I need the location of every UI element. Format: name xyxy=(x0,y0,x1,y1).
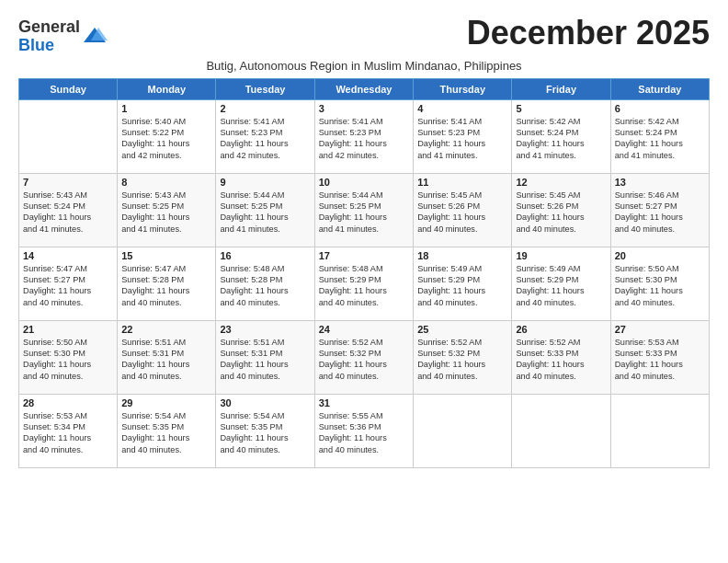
subtitle: Butig, Autonomous Region in Muslim Minda… xyxy=(18,59,710,73)
day-number: 16 xyxy=(220,250,310,261)
calendar-cell: 22Sunrise: 5:51 AM Sunset: 5:31 PM Dayli… xyxy=(118,320,216,394)
day-info: Sunrise: 5:45 AM Sunset: 5:26 PM Dayligh… xyxy=(417,190,507,236)
day-number: 17 xyxy=(319,250,409,261)
day-number: 28 xyxy=(23,397,113,408)
calendar-cell: 9Sunrise: 5:44 AM Sunset: 5:25 PM Daylig… xyxy=(216,173,314,247)
day-number: 11 xyxy=(417,177,507,188)
calendar-cell: 12Sunrise: 5:45 AM Sunset: 5:26 PM Dayli… xyxy=(512,173,610,247)
calendar-cell: 29Sunrise: 5:54 AM Sunset: 5:35 PM Dayli… xyxy=(118,394,216,467)
calendar-cell: 1Sunrise: 5:40 AM Sunset: 5:22 PM Daylig… xyxy=(118,99,216,173)
calendar-cell: 30Sunrise: 5:54 AM Sunset: 5:35 PM Dayli… xyxy=(216,394,314,467)
day-info: Sunrise: 5:54 AM Sunset: 5:35 PM Dayligh… xyxy=(121,410,211,456)
day-number: 1 xyxy=(121,103,211,114)
calendar-cell xyxy=(512,394,610,467)
day-number: 21 xyxy=(23,324,113,335)
page: General Blue December 2025 Butig, Autono… xyxy=(0,0,728,563)
day-info: Sunrise: 5:45 AM Sunset: 5:26 PM Dayligh… xyxy=(516,190,606,236)
calendar-cell: 21Sunrise: 5:50 AM Sunset: 5:30 PM Dayli… xyxy=(19,320,118,394)
calendar-cell: 26Sunrise: 5:52 AM Sunset: 5:33 PM Dayli… xyxy=(512,320,610,394)
day-info: Sunrise: 5:41 AM Sunset: 5:23 PM Dayligh… xyxy=(220,116,310,162)
day-number: 27 xyxy=(615,324,705,335)
calendar-cell: 4Sunrise: 5:41 AM Sunset: 5:23 PM Daylig… xyxy=(414,99,512,173)
col-wednesday: Wednesday xyxy=(314,78,413,99)
day-info: Sunrise: 5:49 AM Sunset: 5:29 PM Dayligh… xyxy=(417,263,507,309)
day-number: 8 xyxy=(121,177,211,188)
calendar-cell: 31Sunrise: 5:55 AM Sunset: 5:36 PM Dayli… xyxy=(314,394,413,467)
day-number: 29 xyxy=(121,397,211,408)
day-info: Sunrise: 5:51 AM Sunset: 5:31 PM Dayligh… xyxy=(121,337,211,383)
day-number: 31 xyxy=(319,397,409,408)
day-info: Sunrise: 5:40 AM Sunset: 5:22 PM Dayligh… xyxy=(121,116,211,162)
day-number: 5 xyxy=(516,103,606,114)
logo-blue: Blue xyxy=(18,36,54,54)
calendar-cell: 27Sunrise: 5:53 AM Sunset: 5:33 PM Dayli… xyxy=(610,320,709,394)
day-number: 20 xyxy=(615,250,705,261)
day-info: Sunrise: 5:48 AM Sunset: 5:28 PM Dayligh… xyxy=(220,263,310,309)
day-info: Sunrise: 5:52 AM Sunset: 5:32 PM Dayligh… xyxy=(417,337,507,383)
day-number: 9 xyxy=(220,177,310,188)
calendar-cell: 28Sunrise: 5:53 AM Sunset: 5:34 PM Dayli… xyxy=(19,394,118,467)
day-info: Sunrise: 5:53 AM Sunset: 5:33 PM Dayligh… xyxy=(615,337,705,383)
calendar-cell: 11Sunrise: 5:45 AM Sunset: 5:26 PM Dayli… xyxy=(414,173,512,247)
calendar-week-1: 7Sunrise: 5:43 AM Sunset: 5:24 PM Daylig… xyxy=(19,173,710,247)
day-number: 2 xyxy=(220,103,310,114)
day-number: 4 xyxy=(417,103,507,114)
day-info: Sunrise: 5:52 AM Sunset: 5:32 PM Dayligh… xyxy=(319,337,409,383)
calendar-header-row: Sunday Monday Tuesday Wednesday Thursday… xyxy=(19,78,710,99)
day-number: 15 xyxy=(121,250,211,261)
calendar-week-0: 1Sunrise: 5:40 AM Sunset: 5:22 PM Daylig… xyxy=(19,99,710,173)
day-number: 19 xyxy=(516,250,606,261)
day-info: Sunrise: 5:47 AM Sunset: 5:27 PM Dayligh… xyxy=(23,263,113,309)
day-info: Sunrise: 5:47 AM Sunset: 5:28 PM Dayligh… xyxy=(121,263,211,309)
logo-general: General xyxy=(18,17,80,36)
day-number: 13 xyxy=(615,177,705,188)
calendar-week-4: 28Sunrise: 5:53 AM Sunset: 5:34 PM Dayli… xyxy=(19,394,710,467)
col-tuesday: Tuesday xyxy=(216,78,314,99)
col-monday: Monday xyxy=(118,78,216,99)
day-number: 10 xyxy=(319,177,409,188)
day-info: Sunrise: 5:55 AM Sunset: 5:36 PM Dayligh… xyxy=(319,410,409,456)
day-number: 30 xyxy=(220,397,310,408)
calendar-cell: 10Sunrise: 5:44 AM Sunset: 5:25 PM Dayli… xyxy=(314,173,413,247)
calendar-cell: 6Sunrise: 5:42 AM Sunset: 5:24 PM Daylig… xyxy=(610,99,709,173)
col-saturday: Saturday xyxy=(610,78,709,99)
day-info: Sunrise: 5:49 AM Sunset: 5:29 PM Dayligh… xyxy=(516,263,606,309)
calendar-week-3: 21Sunrise: 5:50 AM Sunset: 5:30 PM Dayli… xyxy=(19,320,710,394)
day-number: 23 xyxy=(220,324,310,335)
day-number: 18 xyxy=(417,250,507,261)
header: General Blue December 2025 xyxy=(18,15,710,55)
calendar-cell: 18Sunrise: 5:49 AM Sunset: 5:29 PM Dayli… xyxy=(414,247,512,320)
calendar: Sunday Monday Tuesday Wednesday Thursday… xyxy=(18,78,710,468)
calendar-cell: 2Sunrise: 5:41 AM Sunset: 5:23 PM Daylig… xyxy=(216,99,314,173)
calendar-cell: 5Sunrise: 5:42 AM Sunset: 5:24 PM Daylig… xyxy=(512,99,610,173)
day-number: 24 xyxy=(319,324,409,335)
day-info: Sunrise: 5:48 AM Sunset: 5:29 PM Dayligh… xyxy=(319,263,409,309)
calendar-cell xyxy=(19,99,118,173)
day-number: 6 xyxy=(615,103,705,114)
calendar-cell: 14Sunrise: 5:47 AM Sunset: 5:27 PM Dayli… xyxy=(19,247,118,320)
calendar-cell: 13Sunrise: 5:46 AM Sunset: 5:27 PM Dayli… xyxy=(610,173,709,247)
day-info: Sunrise: 5:50 AM Sunset: 5:30 PM Dayligh… xyxy=(23,337,113,383)
calendar-cell: 7Sunrise: 5:43 AM Sunset: 5:24 PM Daylig… xyxy=(19,173,118,247)
calendar-cell: 17Sunrise: 5:48 AM Sunset: 5:29 PM Dayli… xyxy=(314,247,413,320)
calendar-cell: 15Sunrise: 5:47 AM Sunset: 5:28 PM Dayli… xyxy=(118,247,216,320)
day-info: Sunrise: 5:42 AM Sunset: 5:24 PM Dayligh… xyxy=(516,116,606,162)
col-friday: Friday xyxy=(512,78,610,99)
calendar-cell: 16Sunrise: 5:48 AM Sunset: 5:28 PM Dayli… xyxy=(216,247,314,320)
day-number: 12 xyxy=(516,177,606,188)
day-info: Sunrise: 5:50 AM Sunset: 5:30 PM Dayligh… xyxy=(615,263,705,309)
day-number: 3 xyxy=(319,103,409,114)
day-info: Sunrise: 5:54 AM Sunset: 5:35 PM Dayligh… xyxy=(220,410,310,456)
calendar-cell: 3Sunrise: 5:41 AM Sunset: 5:23 PM Daylig… xyxy=(314,99,413,173)
day-info: Sunrise: 5:44 AM Sunset: 5:25 PM Dayligh… xyxy=(220,190,310,236)
calendar-cell: 20Sunrise: 5:50 AM Sunset: 5:30 PM Dayli… xyxy=(610,247,709,320)
calendar-cell: 23Sunrise: 5:51 AM Sunset: 5:31 PM Dayli… xyxy=(216,320,314,394)
logo: General Blue xyxy=(18,18,108,55)
day-info: Sunrise: 5:43 AM Sunset: 5:24 PM Dayligh… xyxy=(23,190,113,236)
day-number: 7 xyxy=(23,177,113,188)
calendar-week-2: 14Sunrise: 5:47 AM Sunset: 5:27 PM Dayli… xyxy=(19,247,710,320)
day-info: Sunrise: 5:46 AM Sunset: 5:27 PM Dayligh… xyxy=(615,190,705,236)
col-thursday: Thursday xyxy=(414,78,512,99)
month-title: December 2025 xyxy=(467,15,710,52)
day-info: Sunrise: 5:43 AM Sunset: 5:25 PM Dayligh… xyxy=(121,190,211,236)
